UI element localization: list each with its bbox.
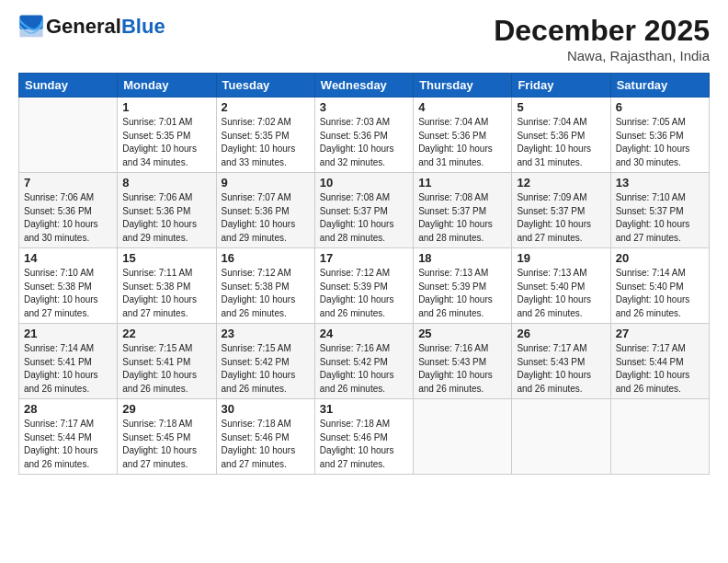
cell-info: Sunrise: 7:04 AM Sunset: 5:36 PM Dayligh… xyxy=(517,116,605,169)
cell-info: Sunrise: 7:18 AM Sunset: 5:46 PM Dayligh… xyxy=(320,418,408,471)
calendar-cell xyxy=(414,399,512,475)
cell-day-number: 1 xyxy=(122,100,210,114)
calendar-cell: 23Sunrise: 7:15 AM Sunset: 5:42 PM Dayli… xyxy=(216,324,314,399)
column-header-monday: Monday xyxy=(118,74,216,98)
cell-info: Sunrise: 7:01 AM Sunset: 5:35 PM Dayligh… xyxy=(122,116,210,169)
cell-info: Sunrise: 7:15 AM Sunset: 5:41 PM Dayligh… xyxy=(122,342,210,396)
cell-info: Sunrise: 7:08 AM Sunset: 5:37 PM Dayligh… xyxy=(320,191,408,245)
calendar-cell: 24Sunrise: 7:16 AM Sunset: 5:42 PM Dayli… xyxy=(314,324,413,399)
logo-text: GeneralBlue xyxy=(46,17,165,37)
cell-day-number: 17 xyxy=(320,251,408,265)
cell-day-number: 11 xyxy=(418,176,506,190)
calendar-week-4: 21Sunrise: 7:14 AM Sunset: 5:41 PM Dayli… xyxy=(19,324,710,399)
calendar-cell: 17Sunrise: 7:12 AM Sunset: 5:39 PM Dayli… xyxy=(314,248,413,324)
calendar-cell: 16Sunrise: 7:12 AM Sunset: 5:38 PM Dayli… xyxy=(216,248,314,324)
cell-day-number: 5 xyxy=(517,100,605,114)
month-title: December 2025 xyxy=(494,14,710,48)
cell-info: Sunrise: 7:16 AM Sunset: 5:43 PM Dayligh… xyxy=(418,342,506,396)
cell-info: Sunrise: 7:17 AM Sunset: 5:43 PM Dayligh… xyxy=(517,342,605,396)
calendar-cell: 8Sunrise: 7:06 AM Sunset: 5:36 PM Daylig… xyxy=(118,173,216,248)
calendar-cell: 29Sunrise: 7:18 AM Sunset: 5:45 PM Dayli… xyxy=(118,399,216,475)
cell-info: Sunrise: 7:03 AM Sunset: 5:36 PM Dayligh… xyxy=(320,116,408,169)
calendar-cell: 13Sunrise: 7:10 AM Sunset: 5:37 PM Dayli… xyxy=(610,173,709,248)
column-header-saturday: Saturday xyxy=(610,74,709,98)
cell-info: Sunrise: 7:17 AM Sunset: 5:44 PM Dayligh… xyxy=(24,418,112,471)
cell-info: Sunrise: 7:06 AM Sunset: 5:36 PM Dayligh… xyxy=(24,191,112,245)
column-header-tuesday: Tuesday xyxy=(216,74,314,98)
cell-info: Sunrise: 7:06 AM Sunset: 5:36 PM Dayligh… xyxy=(122,191,210,245)
cell-info: Sunrise: 7:14 AM Sunset: 5:40 PM Dayligh… xyxy=(616,267,704,320)
cell-day-number: 18 xyxy=(418,251,506,265)
cell-info: Sunrise: 7:04 AM Sunset: 5:36 PM Dayligh… xyxy=(418,116,506,169)
cell-info: Sunrise: 7:13 AM Sunset: 5:40 PM Dayligh… xyxy=(517,267,605,320)
calendar-cell: 19Sunrise: 7:13 AM Sunset: 5:40 PM Dayli… xyxy=(512,248,610,324)
cell-day-number: 7 xyxy=(24,176,112,190)
cell-info: Sunrise: 7:18 AM Sunset: 5:45 PM Dayligh… xyxy=(122,418,210,471)
calendar-cell: 1Sunrise: 7:01 AM Sunset: 5:35 PM Daylig… xyxy=(118,98,216,173)
calendar-week-3: 14Sunrise: 7:10 AM Sunset: 5:38 PM Dayli… xyxy=(19,248,710,324)
cell-day-number: 27 xyxy=(616,327,704,340)
calendar-cell: 25Sunrise: 7:16 AM Sunset: 5:43 PM Dayli… xyxy=(414,324,512,399)
cell-day-number: 19 xyxy=(517,251,605,265)
cell-day-number: 31 xyxy=(320,402,408,416)
cell-info: Sunrise: 7:11 AM Sunset: 5:38 PM Dayligh… xyxy=(122,267,210,320)
cell-info: Sunrise: 7:10 AM Sunset: 5:38 PM Dayligh… xyxy=(24,267,112,320)
cell-info: Sunrise: 7:13 AM Sunset: 5:39 PM Dayligh… xyxy=(418,267,506,320)
cell-day-number: 6 xyxy=(616,100,704,114)
header: GeneralBlue December 2025 Nawa, Rajastha… xyxy=(18,14,710,63)
calendar-cell: 4Sunrise: 7:04 AM Sunset: 5:36 PM Daylig… xyxy=(414,98,512,173)
calendar-cell: 31Sunrise: 7:18 AM Sunset: 5:46 PM Dayli… xyxy=(314,399,413,475)
cell-day-number: 16 xyxy=(222,251,310,265)
cell-day-number: 4 xyxy=(418,100,506,114)
cell-info: Sunrise: 7:09 AM Sunset: 5:37 PM Dayligh… xyxy=(517,191,605,245)
calendar-cell: 20Sunrise: 7:14 AM Sunset: 5:40 PM Dayli… xyxy=(610,248,709,324)
cell-info: Sunrise: 7:12 AM Sunset: 5:38 PM Dayligh… xyxy=(222,267,310,320)
calendar-cell: 12Sunrise: 7:09 AM Sunset: 5:37 PM Dayli… xyxy=(512,173,610,248)
calendar-cell xyxy=(512,399,610,475)
cell-day-number: 28 xyxy=(24,402,112,416)
calendar-cell: 22Sunrise: 7:15 AM Sunset: 5:41 PM Dayli… xyxy=(118,324,216,399)
logo-icon xyxy=(18,14,44,40)
cell-day-number: 21 xyxy=(24,327,112,340)
column-header-friday: Friday xyxy=(512,74,610,98)
calendar-cell: 30Sunrise: 7:18 AM Sunset: 5:46 PM Dayli… xyxy=(216,399,314,475)
calendar-cell: 3Sunrise: 7:03 AM Sunset: 5:36 PM Daylig… xyxy=(314,98,413,173)
cell-info: Sunrise: 7:18 AM Sunset: 5:46 PM Dayligh… xyxy=(222,418,310,471)
calendar-cell: 2Sunrise: 7:02 AM Sunset: 5:35 PM Daylig… xyxy=(216,98,314,173)
title-area: December 2025 Nawa, Rajasthan, India xyxy=(494,14,710,63)
cell-day-number: 10 xyxy=(320,176,408,190)
calendar-cell: 15Sunrise: 7:11 AM Sunset: 5:38 PM Dayli… xyxy=(118,248,216,324)
calendar-cell: 6Sunrise: 7:05 AM Sunset: 5:36 PM Daylig… xyxy=(610,98,709,173)
calendar-cell: 5Sunrise: 7:04 AM Sunset: 5:36 PM Daylig… xyxy=(512,98,610,173)
cell-day-number: 12 xyxy=(517,176,605,190)
cell-day-number: 9 xyxy=(222,176,310,190)
cell-info: Sunrise: 7:16 AM Sunset: 5:42 PM Dayligh… xyxy=(320,342,408,396)
calendar-week-5: 28Sunrise: 7:17 AM Sunset: 5:44 PM Dayli… xyxy=(19,399,710,475)
cell-info: Sunrise: 7:10 AM Sunset: 5:37 PM Dayligh… xyxy=(616,191,704,245)
calendar-cell xyxy=(19,98,118,173)
cell-day-number: 8 xyxy=(122,176,210,190)
calendar-cell: 11Sunrise: 7:08 AM Sunset: 5:37 PM Dayli… xyxy=(414,173,512,248)
calendar-week-2: 7Sunrise: 7:06 AM Sunset: 5:36 PM Daylig… xyxy=(19,173,710,248)
cell-info: Sunrise: 7:08 AM Sunset: 5:37 PM Dayligh… xyxy=(418,191,506,245)
column-header-wednesday: Wednesday xyxy=(314,74,413,98)
cell-day-number: 25 xyxy=(418,327,506,340)
cell-day-number: 2 xyxy=(222,100,310,114)
calendar-cell: 27Sunrise: 7:17 AM Sunset: 5:44 PM Dayli… xyxy=(610,324,709,399)
calendar-cell: 21Sunrise: 7:14 AM Sunset: 5:41 PM Dayli… xyxy=(19,324,118,399)
cell-info: Sunrise: 7:05 AM Sunset: 5:36 PM Dayligh… xyxy=(616,116,704,169)
calendar-week-1: 1Sunrise: 7:01 AM Sunset: 5:35 PM Daylig… xyxy=(19,98,710,173)
cell-day-number: 3 xyxy=(320,100,408,114)
cell-day-number: 15 xyxy=(122,251,210,265)
location: Nawa, Rajasthan, India xyxy=(494,48,710,63)
calendar-header-row: SundayMondayTuesdayWednesdayThursdayFrid… xyxy=(19,74,710,98)
cell-day-number: 24 xyxy=(320,327,408,340)
cell-day-number: 13 xyxy=(616,176,704,190)
cell-info: Sunrise: 7:17 AM Sunset: 5:44 PM Dayligh… xyxy=(616,342,704,396)
cell-day-number: 14 xyxy=(24,251,112,265)
cell-info: Sunrise: 7:15 AM Sunset: 5:42 PM Dayligh… xyxy=(222,342,310,396)
calendar-cell: 10Sunrise: 7:08 AM Sunset: 5:37 PM Dayli… xyxy=(314,173,413,248)
cell-day-number: 30 xyxy=(222,402,310,416)
calendar-cell xyxy=(610,399,709,475)
cell-info: Sunrise: 7:02 AM Sunset: 5:35 PM Dayligh… xyxy=(222,116,310,169)
